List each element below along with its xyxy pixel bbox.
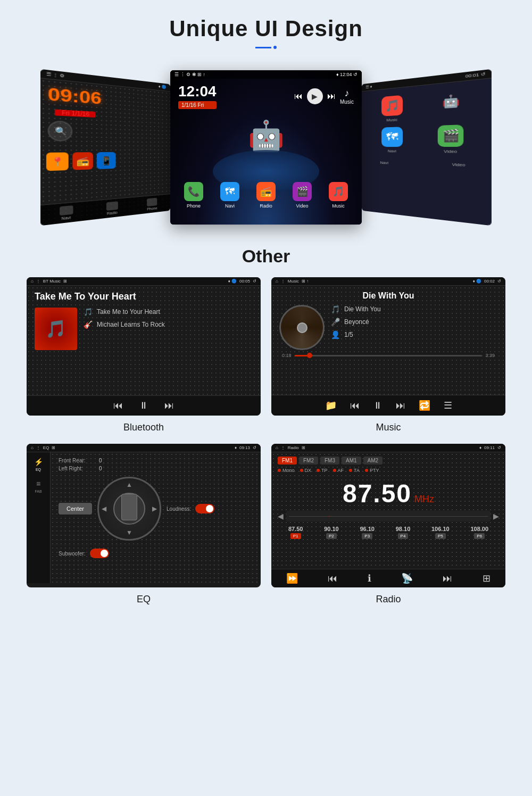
bt-content: Take Me To Your Heart 🎵 🎵 Take Me to You… — [27, 286, 261, 397]
bt-time: 00:05 — [239, 279, 250, 284]
bt-next-button[interactable]: ⏭ — [164, 400, 174, 411]
tuner-left-arrow[interactable]: ◀ — [278, 512, 284, 520]
time-current: 0:18 — [282, 353, 292, 358]
subwoofer-toggle[interactable]: Off — [90, 549, 109, 558]
music-note-icon: ♪ — [340, 88, 354, 99]
time-total: 3:39 — [485, 353, 495, 358]
tuner-right-arrow[interactable]: ▶ — [493, 512, 499, 520]
loudness-row: Loudness: Off — [167, 504, 214, 513]
prev-icon[interactable]: ⏮ — [294, 92, 303, 101]
center-app-radio[interactable]: 📻 Radio — [256, 182, 276, 209]
radio-options: Mono DX TP AF — [278, 468, 499, 473]
eq-sidebar-eq-label: EQ — [36, 468, 41, 471]
center-button[interactable]: Center — [59, 503, 92, 515]
radio-bands: FM1 FM2 FM3 AM1 AM2 — [278, 457, 499, 465]
preset-2-num: P2 — [326, 533, 337, 539]
video-app-icon: 🎬 — [293, 182, 312, 201]
music-artist-item: 🎤 Beyoncé — [331, 318, 497, 326]
radio-band-am2[interactable]: AM2 — [363, 457, 383, 465]
eq-sidebar-fab[interactable]: ≡ FAB — [35, 479, 41, 493]
af-label: AF — [338, 468, 344, 473]
app-icon-phone[interactable]: 📱 — [97, 152, 116, 169]
app-icon-radio[interactable]: 📻 — [72, 152, 93, 170]
eq-sidebar-eq[interactable]: ⚡ EQ — [34, 458, 43, 471]
app-icon-navi[interactable]: 📍 — [46, 152, 69, 171]
left-nav-phone[interactable]: Phone — [147, 198, 157, 211]
af-dot — [333, 469, 336, 472]
song-name: Take Me to Your Heart — [97, 308, 160, 316]
right-android-icon: 🤖 — [438, 89, 463, 113]
left-search[interactable]: 🔍 — [48, 120, 73, 141]
right-app-music[interactable]: 🎵 Music — [369, 94, 417, 123]
radio-info-icon[interactable]: ℹ — [368, 573, 371, 584]
arrow-down-icon[interactable]: ▼ — [126, 529, 132, 536]
preset-5[interactable]: 106.10 P5 — [431, 526, 450, 539]
right-screen: ☰ ♦ 00:01 ↺ 🎵 Music 🤖 🗺 Navi 🎬 Video — [362, 69, 492, 226]
progress-bar-container: 0:18 3:39 — [279, 353, 497, 358]
radio-fast-fwd-icon[interactable]: ⏩ — [286, 573, 298, 584]
radio-menu-icon[interactable]: ⊞ — [483, 573, 491, 584]
radio-band-fm3[interactable]: FM3 — [320, 457, 339, 465]
eq-time: 09:13 — [239, 445, 250, 450]
left-date: Fri 1/1/16 — [55, 109, 96, 117]
radio-band-fm1[interactable]: FM1 — [278, 457, 297, 465]
music-status-bar: ⌂ ⋮ Music ⊞ ↑ ♦ 🔵 00:02 ↺ — [271, 277, 505, 286]
radio-signal-icon[interactable]: 📡 — [401, 573, 413, 584]
center-app-phone[interactable]: 📞 Phone — [184, 182, 203, 209]
music-track-item: 👤 1/5 — [331, 330, 497, 339]
radio-location-icon: ♦ — [479, 445, 481, 450]
arrow-left-icon[interactable]: ◀ — [102, 505, 106, 512]
left-nav-navi[interactable]: Navi — [60, 205, 73, 221]
music-prev-button[interactable]: ⏮ — [350, 400, 360, 411]
bt-prev-button[interactable]: ⏮ — [113, 400, 123, 411]
right-app-video[interactable]: 🎬 Video — [422, 124, 480, 154]
music-menu-icon[interactable]: ☰ — [444, 400, 452, 411]
center-app-video[interactable]: 🎬 Video — [293, 182, 312, 209]
music-location-icon: ♦ 🔵 — [473, 279, 481, 284]
bt-pause-button[interactable]: ⏸ — [139, 400, 148, 411]
pty-dot — [365, 469, 368, 472]
center-app-navi[interactable]: 🗺 Navi — [220, 182, 239, 209]
center-app-music[interactable]: 🎵 Music — [329, 182, 348, 209]
preset-1[interactable]: 87.50 P1 — [288, 526, 303, 539]
progress-bar[interactable] — [295, 355, 483, 356]
preset-2[interactable]: 90.10 P2 — [324, 526, 339, 539]
arrow-up-icon[interactable]: ▲ — [126, 481, 132, 488]
tuner-line — [289, 516, 488, 517]
arrow-right-icon[interactable]: ▶ — [152, 505, 157, 512]
right-app-navi[interactable]: 🗺 Navi — [369, 126, 417, 153]
music-content: Die With You 🎵 Die With You 🎤 — [271, 286, 505, 397]
subwoofer-knob — [101, 550, 108, 557]
radio-home-icon: ⌂ — [276, 445, 278, 450]
music-home-icon: ⌂ — [276, 279, 278, 284]
preset-4[interactable]: 98.10 P4 — [396, 526, 411, 539]
album-art-inner: 🎵 — [35, 308, 77, 350]
bt-status-left: ⌂ ⋮ BT Music ⊞ — [31, 279, 67, 284]
left-nav-radio[interactable]: Radio — [106, 201, 118, 215]
eq-sidebar: ⚡ EQ ≡ FAB — [27, 452, 51, 583]
right-music-icon: 🎵 — [381, 95, 403, 117]
music-folder-icon[interactable]: 📁 — [325, 400, 337, 411]
radio-band-am1[interactable]: AM1 — [342, 457, 361, 465]
preset-3[interactable]: 96.10 P3 — [360, 526, 375, 539]
radio-next-button[interactable]: ⏭ — [443, 573, 452, 584]
tuner-bar[interactable] — [286, 511, 491, 521]
music-status-left: ⌂ ⋮ Music ⊞ ↑ — [276, 279, 309, 284]
music-repeat-icon[interactable]: 🔁 — [419, 400, 430, 411]
music-pause-button[interactable]: ⏸ — [373, 400, 383, 411]
loudness-toggle[interactable]: Off — [195, 504, 214, 513]
radio-prev-button[interactable]: ⏮ — [328, 573, 337, 584]
eq-dial[interactable]: ▲ ▼ ◀ ▶ — [97, 477, 161, 541]
tp-label: TP — [321, 468, 328, 473]
right-app-android[interactable]: 🤖 — [422, 88, 480, 121]
eq-label: EQ — [27, 594, 261, 605]
music-next-button[interactable]: ⏭ — [396, 400, 405, 411]
left-right-val: 0 — [99, 466, 102, 471]
ui-panel: ☰ ⋮ ⚙ ♦ 🔵 09:06 Fri 1/1/16 🔍 📍 📻 📱 Navi — [0, 60, 532, 235]
left-status-icons: ☰ ⋮ ⚙ — [46, 71, 65, 78]
bt-status-bar: ⌂ ⋮ BT Music ⊞ ♦ 🔵 00:05 ↺ — [27, 277, 261, 286]
radio-band-fm2[interactable]: FM2 — [299, 457, 318, 465]
preset-6[interactable]: 108.00 P6 — [470, 526, 488, 539]
play-button-center[interactable]: ▶ — [307, 88, 323, 104]
next-icon[interactable]: ⏭ — [327, 92, 336, 101]
